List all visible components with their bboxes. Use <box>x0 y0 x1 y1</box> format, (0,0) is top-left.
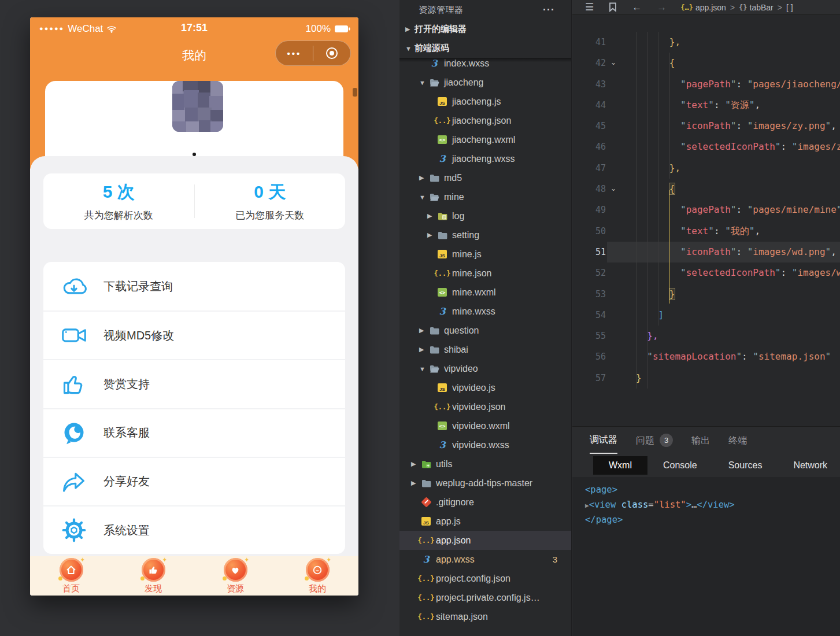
menu-item-2[interactable]: 视频MD5修改 <box>43 310 345 359</box>
tree-item-shibai[interactable]: ▶ shibai <box>399 340 571 359</box>
tree-item-mine.json[interactable]: {..} mine.json <box>399 264 571 283</box>
tree-item-mine.wxss[interactable]: 3 mine.wxss <box>399 302 571 321</box>
fold-chevron-icon[interactable]: ⌄ <box>610 179 616 198</box>
chevron-right-icon[interactable]: ▶ <box>405 25 415 33</box>
tree-item-vipvideo.js[interactable]: JS vipvideo.js <box>399 378 571 397</box>
code-line-55[interactable]: 55 }, <box>572 326 840 346</box>
code-line-45[interactable]: 45 "iconPath": "images/zy.png", <box>572 116 840 136</box>
chevron-right-icon[interactable]: ▶ <box>427 212 436 220</box>
code-line-49[interactable]: 49 "pagePath": "pages/mine/mine", <box>572 199 840 220</box>
menu-item-1[interactable]: 下载记录查询 <box>43 262 345 310</box>
code-line-54[interactable]: 54 ] <box>572 305 840 326</box>
more-options-icon[interactable]: ••• <box>276 49 313 58</box>
menu-item-3[interactable]: 赞赏支持 <box>43 359 345 408</box>
wxml-node[interactable]: </page> <box>585 515 840 530</box>
chevron-down-icon[interactable]: ▼ <box>419 365 428 372</box>
wxml-node[interactable]: ▶<view class="list">…</view> <box>585 500 840 515</box>
outline-list-icon[interactable]: ☰ <box>585 2 594 12</box>
tree-item-jiaocheng.js[interactable]: JS jiaocheng.js <box>399 92 571 111</box>
tree-item-index.wxss[interactable]: 3 index.wxss <box>399 58 571 73</box>
tree-item-jiaocheng.wxml[interactable]: <> jiaocheng.wxml <box>399 130 571 149</box>
minimize-target-icon[interactable] <box>313 47 350 59</box>
chevron-right-icon[interactable]: ▶ <box>419 346 428 353</box>
code-line-42[interactable]: 42⌄ { <box>572 53 840 73</box>
devtools-tab-sources[interactable]: Sources <box>713 456 778 475</box>
tree-item-mine.wxml[interactable]: <> mine.wxml <box>399 283 571 302</box>
tabbar-item-4[interactable]: ✦ 我的 <box>276 556 358 596</box>
tree-item-jiaocheng[interactable]: ▼ jiaocheng <box>399 73 571 92</box>
code-line-47[interactable]: 47 }, <box>572 158 840 179</box>
tree-item-vipvideo.wxss[interactable]: 3 vipvideo.wxss <box>399 435 571 454</box>
tree-item-log[interactable]: ▶ log <box>399 206 571 225</box>
tabbar-item-3[interactable]: ✦ 资源 <box>194 556 276 596</box>
chevron-down-icon[interactable]: ▼ <box>419 194 428 201</box>
menu-item-5[interactable]: 分享好友 <box>43 457 345 505</box>
tree-item-.gitignore[interactable]: .gitignore <box>399 493 571 512</box>
debugger-tab-1[interactable]: 调试器 <box>590 427 617 454</box>
chevron-down-icon[interactable]: ▼ <box>419 79 428 86</box>
devtools-tab-wxml[interactable]: Wxml <box>593 456 647 475</box>
capsule-menu[interactable]: ••• <box>275 40 351 66</box>
bookmark-icon[interactable] <box>609 2 617 12</box>
tree-item-sitemap.json[interactable]: {..} sitemap.json <box>399 607 571 626</box>
devtools-tab-network[interactable]: Network <box>778 456 840 475</box>
page-scrollbar[interactable] <box>353 88 357 97</box>
tree-item-vipvideo.json[interactable]: {..} vipvideo.json <box>399 397 571 416</box>
chevron-right-icon[interactable]: ▶ <box>411 460 420 468</box>
tree-item-weplug-add-tips-master[interactable]: ▶ weplug-add-tips-master <box>399 474 571 493</box>
code-line-44[interactable]: 44 "text": "资源", <box>572 95 840 116</box>
code-line-50[interactable]: 50 "text": "我的", <box>572 221 840 242</box>
tree-item-md5[interactable]: ▶ md5 <box>399 168 571 187</box>
breadcrumb-segment[interactable]: {…}app.json <box>680 3 726 12</box>
breadcrumb[interactable]: {…}app.json>{}tabBar>[ ] <box>680 3 793 12</box>
devtools-tab-console[interactable]: Console <box>647 456 713 475</box>
avatar[interactable] <box>172 81 223 132</box>
forward-arrow-icon[interactable]: → <box>657 2 667 13</box>
breadcrumb-segment[interactable]: [ ] <box>786 3 793 12</box>
code-line-52[interactable]: 52 "selectedIconPath": "images/wd2.png", <box>572 262 840 283</box>
tree-item-app.wxss[interactable]: 3 app.wxss 3 <box>399 550 571 569</box>
tree-item-project.config.json[interactable]: {..} project.config.json <box>399 569 571 588</box>
fold-chevron-icon[interactable]: ⌄ <box>610 53 616 72</box>
explorer-more-actions-icon[interactable]: ··· <box>543 4 555 16</box>
tree-item-mine.js[interactable]: JS mine.js <box>399 245 571 264</box>
debugger-tab-4[interactable]: 终端 <box>728 427 747 454</box>
code-line-53[interactable]: 53 } <box>572 284 840 305</box>
tree-item-jiaocheng.json[interactable]: {..} jiaocheng.json <box>399 111 571 130</box>
tabbar-item-2[interactable]: ✦ 发现 <box>112 556 194 596</box>
chevron-right-icon[interactable]: ▶ <box>411 479 420 487</box>
tree-item-jiaocheng.wxss[interactable]: 3 jiaocheng.wxss <box>399 149 571 168</box>
chevron-right-icon[interactable]: ▶ <box>419 174 428 182</box>
breadcrumb-segment[interactable]: {}tabBar <box>739 3 774 12</box>
debugger-tab-3[interactable]: 输出 <box>691 427 710 454</box>
chevron-right-icon[interactable]: ▶ <box>419 327 428 334</box>
code-line-56[interactable]: 56 "sitemapLocation": "sitemap.json" <box>572 346 840 367</box>
code-line-41[interactable]: 41 }, <box>572 32 840 53</box>
tree-item-project.private.config.js[interactable]: {..} project.private.config.js… <box>399 588 571 607</box>
section-open-editors[interactable]: ▶ 打开的编辑器 <box>399 20 571 39</box>
menu-item-4[interactable]: 联系客服 <box>43 408 345 457</box>
tree-item-utils[interactable]: ▶ utils <box>399 454 571 474</box>
tree-item-vipvideo[interactable]: ▼ vipvideo <box>399 359 571 378</box>
tree-item-mine[interactable]: ▼ mine <box>399 187 571 206</box>
code-line-46[interactable]: 46 "selectedIconPath": "images/zy2.png", <box>572 136 840 157</box>
tabbar-item-1[interactable]: ✦ 首页 <box>30 556 112 596</box>
back-arrow-icon[interactable]: ← <box>632 2 642 13</box>
tree-item-app.json[interactable]: {..} app.json <box>399 531 571 550</box>
tree-item-setting[interactable]: ▶ setting <box>399 225 571 245</box>
code-line-48[interactable]: 48⌄ { <box>572 179 840 199</box>
tree-item-question[interactable]: ▶ question <box>399 321 571 340</box>
code-area[interactable]: 41 },42⌄ {43 "pagePath": "pages/jiaochen… <box>572 15 840 389</box>
tree-item-vipvideo.wxml[interactable]: <> vipvideo.wxml <box>399 416 571 435</box>
chevron-right-icon[interactable]: ▶ <box>427 231 436 239</box>
debugger-tab-2[interactable]: 问题3 <box>636 427 673 454</box>
tree-item-app.js[interactable]: JS app.js <box>399 512 571 531</box>
wxml-node[interactable]: <page> <box>585 485 840 500</box>
chevron-down-icon[interactable]: ▼ <box>405 45 415 52</box>
code-line-51[interactable]: 51 "iconPath": "images/wd.png", <box>572 242 840 262</box>
code-line-57[interactable]: 57} <box>572 368 840 389</box>
wxml-tree-pane[interactable]: <page>▶<view class="list">…</view></page… <box>572 477 840 636</box>
section-frontend-source[interactable]: ▼ 前端源码 <box>399 39 571 58</box>
code-line-43[interactable]: 43 "pagePath": "pages/jiaocheng/jiaochen… <box>572 74 840 95</box>
menu-item-6[interactable]: 系统设置 <box>43 505 345 554</box>
